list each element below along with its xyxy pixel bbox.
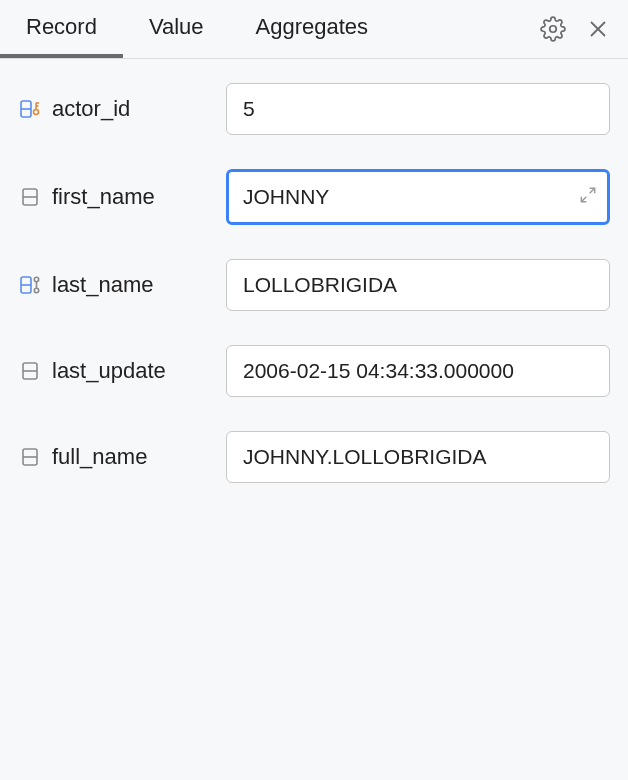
field-row-actor-id: actor_id	[18, 83, 610, 135]
field-input-wrap	[226, 345, 610, 397]
tab-record[interactable]: Record	[0, 0, 123, 58]
field-label: last_name	[52, 272, 154, 298]
field-label: full_name	[52, 444, 147, 470]
key-column-icon	[18, 97, 42, 121]
field-label-group: actor_id	[18, 96, 214, 122]
expand-icon	[578, 185, 598, 205]
field-input-wrap	[226, 169, 610, 225]
settings-button[interactable]	[540, 16, 566, 42]
svg-point-15	[34, 288, 38, 292]
svg-point-0	[550, 26, 557, 33]
column-icon	[18, 359, 42, 383]
field-label: first_name	[52, 184, 155, 210]
field-row-last-name: last_name	[18, 259, 610, 311]
field-input-wrap	[226, 431, 610, 483]
first-name-input[interactable]	[226, 169, 610, 225]
field-row-full-name: full_name	[18, 431, 610, 483]
fields-panel: actor_id first_name	[0, 59, 628, 483]
actor-id-input[interactable]	[226, 83, 610, 135]
tab-aggregates[interactable]: Aggregates	[230, 0, 395, 58]
header-actions	[540, 16, 610, 42]
full-name-input[interactable]	[226, 431, 610, 483]
field-row-first-name: first_name	[18, 169, 610, 225]
field-input-wrap	[226, 83, 610, 135]
svg-point-5	[34, 110, 39, 115]
column-icon	[18, 185, 42, 209]
tabs: Record Value Aggregates	[0, 0, 394, 58]
close-icon	[586, 17, 610, 41]
field-label-group: last_update	[18, 358, 214, 384]
svg-point-16	[34, 277, 38, 281]
header: Record Value Aggregates	[0, 0, 628, 59]
last-name-input[interactable]	[226, 259, 610, 311]
column-icon	[18, 445, 42, 469]
last-update-input[interactable]	[226, 345, 610, 397]
close-button[interactable]	[586, 17, 610, 41]
field-label: actor_id	[52, 96, 130, 122]
gear-icon	[540, 16, 566, 42]
field-label-group: full_name	[18, 444, 214, 470]
field-label-group: first_name	[18, 184, 214, 210]
field-row-last-update: last_update	[18, 345, 610, 397]
expand-button[interactable]	[578, 185, 598, 209]
indexed-column-icon	[18, 273, 42, 297]
tab-value[interactable]: Value	[123, 0, 230, 58]
field-input-wrap	[226, 259, 610, 311]
field-label: last_update	[52, 358, 166, 384]
field-label-group: last_name	[18, 272, 214, 298]
